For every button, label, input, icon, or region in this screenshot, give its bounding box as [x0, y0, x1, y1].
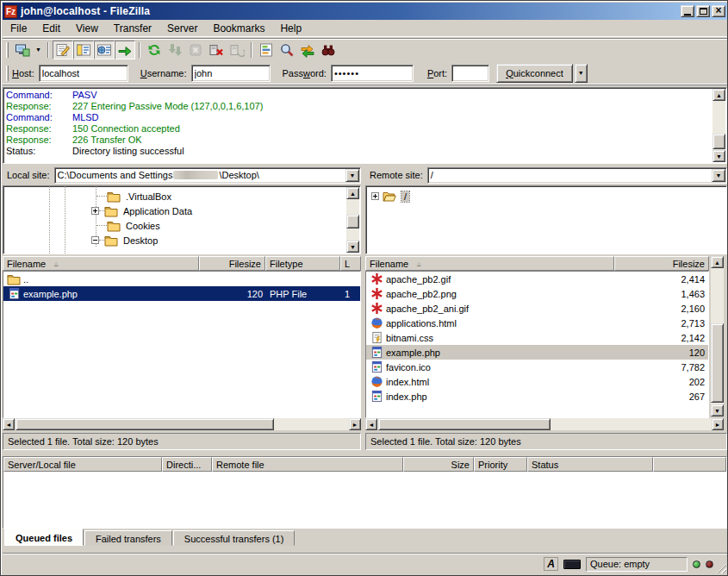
scroll-right-icon[interactable]: ► [712, 418, 724, 430]
scroll-down-icon[interactable]: ▼ [346, 241, 359, 253]
quickbar-grip[interactable] [6, 66, 9, 81]
menu-view[interactable]: View [68, 21, 106, 36]
scroll-right-icon[interactable]: ► [349, 418, 361, 430]
css-file-icon [370, 331, 383, 345]
remote-list-hscrollbar[interactable]: ◄ ► [365, 418, 724, 430]
refresh-button[interactable] [144, 41, 165, 59]
file-row[interactable]: apache_pb2_ani.gif 2,160 [366, 301, 708, 316]
menu-bookmarks[interactable]: Bookmarks [205, 21, 272, 36]
host-input[interactable] [39, 65, 128, 82]
quickconnect-dropdown[interactable]: ▼ [575, 64, 588, 83]
quickconnect-button[interactable]: Quickconnect [496, 64, 573, 83]
scrollbar-thumb[interactable] [346, 215, 359, 229]
chevron-down-icon[interactable]: ▼ [712, 169, 725, 182]
synchronized-browsing-button[interactable] [297, 41, 318, 59]
close-button[interactable]: × [712, 5, 725, 17]
tab-queued-files[interactable]: Queued files [4, 529, 84, 546]
minimize-button[interactable] [681, 5, 694, 17]
scroll-left-icon[interactable]: ◄ [365, 418, 377, 430]
reconnect-icon [229, 42, 245, 58]
file-row[interactable]: apache_pb2.png 1,463 [366, 286, 708, 301]
scrollbar-thumb[interactable] [712, 134, 725, 149]
column-header-filename[interactable]: Filename▲ [3, 256, 199, 271]
file-row[interactable]: .. [3, 272, 360, 286]
resize-grip[interactable] [715, 562, 726, 573]
file-row-selected[interactable]: example.php 120 PHP File 1 [3, 286, 360, 301]
file-row[interactable]: applications.html 2,713 [366, 316, 708, 330]
scrollbar-thumb[interactable] [378, 418, 551, 430]
scrollbar-thumb[interactable] [711, 323, 724, 403]
column-header-direction[interactable]: Directi... [162, 457, 212, 472]
cancel-operation-button[interactable] [185, 41, 206, 59]
column-header-filetype[interactable]: Filetype [265, 256, 340, 271]
remote-site-combo[interactable]: / ▼ [427, 167, 727, 184]
speed-limit-indicator-icon[interactable] [563, 560, 581, 569]
menu-file[interactable]: File [3, 21, 34, 36]
data-type-indicator-icon[interactable]: A [544, 557, 558, 571]
file-row[interactable]: favicon.ico 7,782 [366, 360, 708, 374]
scroll-down-icon[interactable]: ▼ [712, 150, 725, 162]
scroll-left-icon[interactable]: ◄ [3, 418, 15, 430]
site-manager-dropdown[interactable]: ▼ [33, 41, 44, 59]
directory-listing-filters-button[interactable] [256, 41, 277, 59]
disconnect-button[interactable] [206, 41, 227, 59]
file-row[interactable]: index.html 202 [366, 374, 708, 389]
file-row-selected[interactable]: example.php 120 [366, 345, 708, 360]
column-header-filename[interactable]: Filename▲ [365, 256, 614, 271]
compare-directories-button[interactable] [277, 41, 297, 59]
expand-plus-icon[interactable] [371, 192, 379, 200]
filter-icon [258, 42, 274, 58]
column-header-server-local-file[interactable]: Server/Local file [3, 457, 162, 472]
find-files-button[interactable] [318, 41, 339, 59]
site-manager-button[interactable] [12, 41, 33, 59]
column-header-lastmodified[interactable]: L [340, 256, 361, 271]
local-list-hscrollbar[interactable]: ◄ ► [3, 418, 361, 430]
toolbar-grip[interactable] [6, 42, 9, 58]
scroll-up-icon[interactable]: ▲ [711, 256, 724, 268]
scrollbar-thumb[interactable] [16, 418, 274, 430]
username-input[interactable] [191, 65, 271, 82]
file-row[interactable]: bitnami.css 2,142 [366, 330, 708, 345]
maximize-button[interactable] [696, 5, 710, 17]
tree-item-root[interactable]: / [366, 189, 726, 203]
file-row[interactable]: index.php 267 [366, 389, 708, 404]
toggle-remote-tree-button[interactable] [94, 41, 115, 59]
expand-plus-icon[interactable] [91, 207, 99, 215]
process-queue-button[interactable] [165, 41, 185, 59]
scroll-up-icon[interactable]: ▲ [712, 89, 725, 101]
window-title: john@localhost - FileZilla [21, 5, 150, 17]
tree-item-cookies[interactable]: Cookies [3, 218, 360, 233]
column-header-size[interactable]: Size [403, 457, 474, 472]
column-header-filesize[interactable]: Filesize [614, 256, 709, 271]
refresh-icon [146, 42, 162, 58]
message-log-scrollbar[interactable]: ▲ ▼ [712, 89, 725, 162]
column-header-remote-file[interactable]: Remote file [212, 457, 403, 472]
scroll-up-icon[interactable]: ▲ [346, 187, 359, 199]
port-input[interactable] [451, 65, 489, 82]
reconnect-button[interactable] [227, 41, 247, 59]
local-site-combo[interactable]: C:\Documents and Settings\Desktop\ ▼ [54, 167, 361, 184]
file-row[interactable]: apache_pb2.gif 2,414 [366, 272, 708, 286]
column-header-filesize[interactable]: Filesize [199, 256, 265, 271]
menu-edit[interactable]: Edit [34, 21, 68, 36]
title-bar[interactable]: Fz john@localhost - FileZilla × [3, 3, 727, 20]
chevron-down-icon[interactable]: ▼ [345, 169, 359, 182]
menu-help[interactable]: Help [272, 21, 309, 36]
password-input[interactable] [331, 65, 414, 82]
menu-server[interactable]: Server [159, 21, 205, 36]
toggle-transfer-queue-button[interactable] [115, 41, 135, 59]
tree-item-virtualbox[interactable]: .VirtualBox [3, 189, 360, 203]
local-tree-scrollbar[interactable]: ▲ ▼ [346, 187, 359, 253]
menu-transfer[interactable]: Transfer [106, 21, 159, 36]
tab-failed-transfers[interactable]: Failed transfers [84, 530, 172, 546]
scroll-down-icon[interactable]: ▼ [711, 404, 724, 416]
tab-successful-transfers[interactable]: Successful transfers (1) [173, 530, 296, 546]
column-header-status[interactable]: Status [527, 457, 653, 472]
tree-item-application-data[interactable]: Application Data [3, 203, 360, 218]
toggle-message-log-button[interactable] [53, 41, 73, 59]
tree-item-desktop[interactable]: Desktop [3, 233, 360, 247]
remote-list-vscrollbar[interactable]: ▲ ▼ [711, 256, 724, 416]
collapse-minus-icon[interactable] [91, 236, 99, 244]
toggle-local-tree-button[interactable] [73, 41, 94, 59]
column-header-priority[interactable]: Priority [474, 457, 527, 472]
